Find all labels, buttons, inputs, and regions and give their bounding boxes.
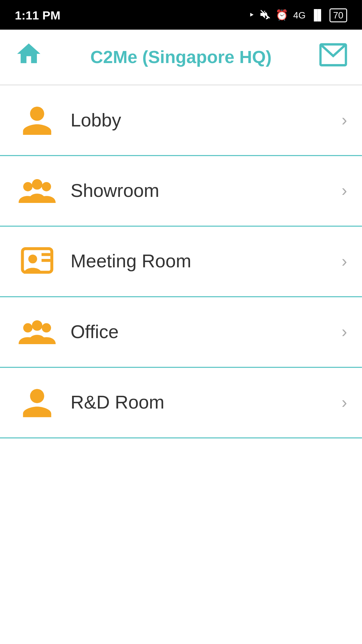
svg-point-10 — [42, 323, 51, 332]
svg-point-9 — [32, 320, 42, 330]
office-icon — [15, 310, 59, 354]
svg-point-2 — [32, 179, 42, 189]
status-time: 1:11 PM — [15, 8, 60, 22]
showroom-icon — [15, 169, 59, 213]
room-list: Lobby › Showroom › Meeting Room › — [0, 86, 362, 644]
battery-icon: 70 — [329, 8, 347, 22]
rdroom-chevron: › — [342, 393, 347, 412]
meetingroom-chevron: › — [342, 252, 347, 271]
lobby-chevron: › — [342, 111, 347, 130]
svg-point-5 — [28, 254, 37, 263]
rdroom-icon — [15, 380, 59, 425]
svg-point-8 — [23, 323, 33, 332]
list-item-meetingroom[interactable]: Meeting Room › — [0, 227, 362, 297]
app-header: C2Me (Singapore HQ) — [0, 30, 362, 86]
meetingroom-label: Meeting Room — [70, 251, 342, 272]
bluetooth-icon: ‣ — [249, 9, 254, 21]
mail-icon[interactable] — [319, 42, 347, 72]
status-bar: 1:11 PM ‣ ⏰ 4G ▐▌ 70 — [0, 0, 362, 30]
lobby-icon — [15, 98, 59, 143]
svg-point-3 — [42, 181, 51, 191]
showroom-label: Showroom — [70, 180, 342, 202]
office-chevron: › — [342, 322, 347, 342]
network-label: 4G — [293, 10, 306, 20]
signal-icon: ▐▌ — [310, 9, 325, 20]
showroom-chevron: › — [342, 181, 347, 201]
status-icons: ‣ ⏰ 4G ▐▌ 70 — [249, 8, 347, 22]
list-item-office[interactable]: Office › — [0, 297, 362, 368]
mute-icon — [259, 8, 271, 22]
meetingroom-icon — [15, 239, 59, 284]
list-item-rdroom[interactable]: R&D Room › — [0, 368, 362, 438]
alarm-icon: ⏰ — [276, 9, 289, 21]
list-item-showroom[interactable]: Showroom › — [0, 156, 362, 226]
rdroom-label: R&D Room — [70, 392, 342, 414]
office-label: Office — [70, 321, 342, 343]
page-title: C2Me (Singapore HQ) — [43, 47, 319, 67]
home-icon[interactable] — [15, 40, 43, 74]
lobby-label: Lobby — [70, 110, 342, 131]
list-item-lobby[interactable]: Lobby › — [0, 86, 362, 156]
svg-point-1 — [23, 181, 33, 191]
